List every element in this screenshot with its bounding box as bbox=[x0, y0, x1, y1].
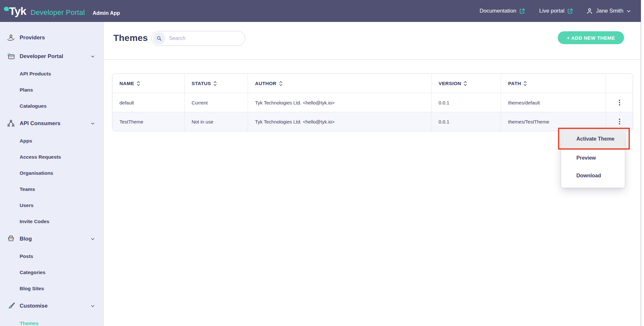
sidebar-item-plans[interactable]: Plans bbox=[0, 82, 103, 98]
api-consumers-icon bbox=[6, 119, 15, 128]
sidebar-item-organisations[interactable]: Organisations bbox=[0, 165, 103, 181]
live-portal-link-label: Live portal bbox=[539, 8, 564, 14]
sidebar-item-themes[interactable]: Themes bbox=[0, 315, 103, 326]
live-portal-link[interactable]: Live portal bbox=[539, 8, 573, 14]
cell-version: 0.0.1 bbox=[431, 93, 501, 112]
menu-item-preview[interactable]: Preview bbox=[561, 149, 625, 167]
page-title: Themes bbox=[113, 33, 148, 43]
chevron-down-icon bbox=[90, 54, 95, 59]
cell-author: Tyk Technologies Ltd. <hello@tyk.io> bbox=[248, 112, 431, 131]
themes-table: NAME STATUS AUTHOR VERSION PATH bbox=[112, 74, 633, 131]
cell-path: themes/default bbox=[501, 93, 606, 112]
sidebar-item-categories[interactable]: Categories bbox=[0, 264, 103, 281]
header-divider bbox=[104, 59, 641, 60]
main-content: Themes + ADD NEW THEME NAME STATUS bbox=[104, 22, 641, 326]
sidebar-item-label: Blog bbox=[20, 236, 32, 242]
brand: Tyk Developer Portal Admin App bbox=[9, 5, 120, 17]
search-icon bbox=[153, 32, 165, 44]
cell-actions bbox=[606, 112, 633, 131]
sidebar-item-posts[interactable]: Posts bbox=[0, 248, 103, 264]
theme-context-menu: Activate Theme Preview Download bbox=[561, 129, 625, 188]
page-header-row: Themes + ADD NEW THEME bbox=[113, 30, 631, 46]
user-menu[interactable]: Jane Smith bbox=[586, 7, 631, 15]
sidebar-item-label: Developer Portal bbox=[20, 53, 63, 60]
customise-icon bbox=[6, 301, 15, 311]
add-new-theme-button[interactable]: + ADD NEW THEME bbox=[558, 31, 624, 44]
sidebar-item-users[interactable]: Users bbox=[0, 197, 103, 213]
cell-actions bbox=[606, 93, 633, 112]
cell-path: themes/TestTheme bbox=[501, 112, 606, 131]
sidebar-item-developer-portal[interactable]: Developer Portal bbox=[0, 47, 103, 66]
sidebar-item-customise[interactable]: Customise bbox=[0, 297, 103, 315]
sidebar-item-api-products[interactable]: API Products bbox=[0, 66, 103, 82]
column-header-author[interactable]: AUTHOR bbox=[248, 74, 431, 93]
external-link-icon bbox=[519, 8, 525, 14]
sort-icon[interactable] bbox=[137, 81, 140, 86]
chevron-down-icon bbox=[90, 237, 95, 241]
column-header-actions bbox=[606, 74, 633, 93]
page-scrollbar[interactable] bbox=[641, 0, 644, 326]
sidebar-item-access-requests[interactable]: Access Requests bbox=[0, 149, 103, 165]
brand-name: Tyk bbox=[9, 5, 26, 16]
user-icon bbox=[586, 7, 593, 15]
app-window: Tyk Developer Portal Admin App Documenta… bbox=[0, 0, 644, 326]
sidebar-item-apps[interactable]: Apps bbox=[0, 133, 103, 149]
sidebar-item-invite-codes[interactable]: Invite Codes bbox=[0, 213, 103, 230]
cell-author: Tyk Technologies Ltd. <hello@tyk.io> bbox=[248, 93, 431, 112]
tyk-leaf-icon bbox=[4, 7, 9, 11]
sort-icon[interactable] bbox=[524, 81, 527, 86]
brand-app-label: Admin App bbox=[93, 10, 120, 16]
providers-icon bbox=[6, 33, 15, 42]
menu-item-download[interactable]: Download bbox=[561, 167, 625, 184]
sidebar-item-label: Customise bbox=[20, 303, 48, 309]
table-row: TestTheme Not in use Tyk Technologies Lt… bbox=[112, 112, 633, 131]
search-input[interactable] bbox=[169, 35, 237, 41]
cell-status: Current bbox=[185, 93, 248, 112]
external-link-icon bbox=[567, 8, 573, 14]
blog-icon bbox=[6, 234, 15, 243]
user-name: Jane Smith bbox=[596, 8, 623, 14]
sidebar-item-label: Providers bbox=[20, 35, 45, 41]
sort-icon[interactable] bbox=[279, 81, 282, 86]
kebab-menu-icon[interactable] bbox=[616, 116, 623, 127]
sidebar: Providers Developer Portal API Products … bbox=[0, 22, 104, 326]
cell-name: default bbox=[112, 93, 185, 112]
column-header-status[interactable]: STATUS bbox=[185, 74, 248, 93]
developer-portal-icon bbox=[6, 52, 15, 61]
sidebar-item-teams[interactable]: Teams bbox=[0, 181, 103, 197]
sort-icon[interactable] bbox=[464, 81, 467, 86]
column-header-path[interactable]: PATH bbox=[501, 74, 606, 93]
sidebar-item-providers[interactable]: Providers bbox=[0, 28, 103, 47]
menu-item-activate-theme[interactable]: Activate Theme bbox=[561, 129, 625, 149]
brand-product-label: Developer Portal bbox=[31, 8, 85, 17]
sidebar-item-blog[interactable]: Blog bbox=[0, 230, 103, 248]
chevron-down-icon bbox=[626, 9, 631, 14]
chevron-down-icon bbox=[90, 121, 95, 126]
cell-version: 0.0.1 bbox=[431, 112, 501, 131]
column-header-name[interactable]: NAME bbox=[112, 74, 185, 93]
top-header: Tyk Developer Portal Admin App Documenta… bbox=[0, 0, 641, 22]
sidebar-item-label: API Consumers bbox=[20, 120, 61, 127]
table-row: default Current Tyk Technologies Ltd. <h… bbox=[112, 93, 633, 112]
chevron-down-icon bbox=[90, 304, 95, 308]
search-box bbox=[151, 31, 245, 46]
documentation-link[interactable]: Documentation bbox=[479, 8, 525, 14]
sidebar-item-api-consumers[interactable]: API Consumers bbox=[0, 114, 103, 133]
kebab-menu-icon[interactable] bbox=[616, 97, 623, 108]
header-actions: Documentation Live portal Jane Smith bbox=[479, 7, 631, 15]
table-header-row: NAME STATUS AUTHOR VERSION PATH bbox=[112, 74, 633, 93]
documentation-link-label: Documentation bbox=[479, 8, 516, 14]
column-header-version[interactable]: VERSION bbox=[431, 74, 501, 93]
cell-status: Not in use bbox=[185, 112, 248, 131]
sidebar-item-blog-sites[interactable]: Blog Sites bbox=[0, 281, 103, 297]
cell-name: TestTheme bbox=[112, 112, 185, 131]
sort-icon[interactable] bbox=[213, 81, 217, 86]
sidebar-item-catalogues[interactable]: Catalogues bbox=[0, 98, 103, 114]
tyk-logo: Tyk bbox=[9, 5, 26, 16]
